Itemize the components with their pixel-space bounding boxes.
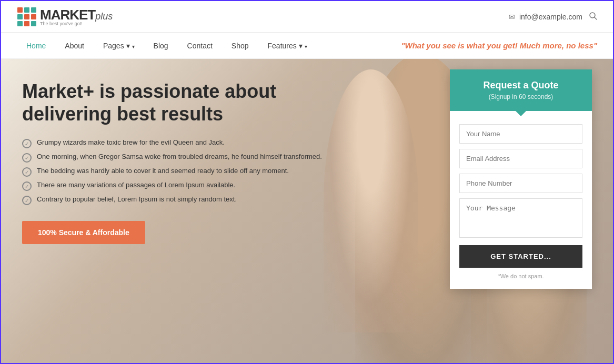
hero-features-list: ✓ Grumpy wizards make toxic brew for the… — [22, 138, 369, 205]
nav-tagline: "What you see is what you get! Much more… — [401, 41, 597, 50]
top-bar: MARKETplus The best you've got! ✉ info@e… — [1, 1, 613, 33]
email-input[interactable] — [459, 149, 582, 168]
nav-links: Home About Pages ▾ Blog Contact Shop Fea… — [17, 34, 317, 58]
top-right-area: ✉ info@example.com — [509, 12, 597, 22]
hero-feature-item: ✓ Contrary to popular belief, Lorem Ipsu… — [22, 195, 369, 205]
check-icon-4: ✓ — [22, 181, 32, 191]
svg-rect-7 — [24, 21, 29, 26]
hero-feature-item: ✓ The bedding was hardly able to cover i… — [22, 167, 369, 177]
nav-link-blog[interactable]: Blog — [144, 34, 178, 58]
nav-item-shop[interactable]: Shop — [222, 34, 258, 58]
logo-text-block: MARKETplus The best you've got! — [40, 7, 113, 26]
nav-link-shop[interactable]: Shop — [222, 34, 258, 58]
nav-item-about[interactable]: About — [55, 34, 94, 58]
nav-item-features[interactable]: Features ▾ — [258, 34, 317, 58]
svg-rect-1 — [24, 7, 29, 13]
check-icon-1: ✓ — [22, 139, 32, 148]
svg-rect-2 — [31, 7, 36, 13]
svg-rect-5 — [31, 14, 36, 19]
hero-feature-item: ✓ Grumpy wizards make toxic brew for the… — [22, 138, 369, 148]
check-icon-3: ✓ — [22, 167, 32, 177]
nav-link-home[interactable]: Home — [17, 34, 55, 58]
phone-input[interactable] — [459, 174, 582, 193]
svg-rect-8 — [31, 21, 36, 26]
email-contact: ✉ info@example.com — [509, 13, 582, 21]
hero-feature-text-3: The bedding was hardly able to cover it … — [37, 167, 289, 175]
hero-section: Market+ is passionate about delivering b… — [1, 59, 613, 364]
quote-form: Request a Quote (Signup in 60 seconds) G… — [450, 69, 592, 289]
nav-link-pages[interactable]: Pages ▾ — [94, 34, 144, 58]
logo-plus: plus — [95, 11, 113, 22]
hero-title: Market+ is passionate about delivering b… — [22, 80, 369, 125]
logo-market: MARKET — [40, 7, 95, 23]
nav-link-contact[interactable]: Contact — [178, 34, 222, 58]
logo: MARKETplus The best you've got! — [17, 7, 113, 27]
nav-item-blog[interactable]: Blog — [144, 34, 178, 58]
search-icon[interactable] — [589, 12, 597, 22]
hero-feature-text-4: There are many variations of passages of… — [37, 181, 235, 189]
hero-feature-text-2: One morning, when Gregor Samsa woke from… — [37, 153, 322, 160]
logo-icon — [17, 7, 37, 27]
nav-item-home[interactable]: Home — [17, 34, 55, 58]
hero-feature-item: ✓ One morning, when Gregor Samsa woke fr… — [22, 153, 369, 163]
hero-content: Market+ is passionate about delivering b… — [22, 80, 369, 244]
get-started-button[interactable]: GET STARTED... — [459, 245, 582, 268]
nav-link-features[interactable]: Features ▾ — [258, 34, 317, 58]
quote-form-body: GET STARTED... *We do not spam. — [450, 111, 592, 289]
email-address: info@example.com — [519, 13, 582, 21]
svg-rect-0 — [17, 7, 23, 13]
nav-item-contact[interactable]: Contact — [178, 34, 222, 58]
nav-link-about[interactable]: About — [55, 34, 94, 58]
check-icon-5: ✓ — [22, 196, 32, 205]
message-input[interactable] — [459, 198, 582, 238]
nav-item-pages[interactable]: Pages ▾ — [94, 34, 144, 58]
email-icon: ✉ — [509, 13, 515, 21]
svg-rect-6 — [17, 21, 23, 26]
quote-form-header: Request a Quote (Signup in 60 seconds) — [450, 69, 592, 111]
check-icon-2: ✓ — [22, 153, 32, 163]
quote-form-title: Request a Quote — [460, 80, 581, 91]
hero-feature-text-1: Grumpy wizards make toxic brew for the e… — [37, 138, 225, 146]
name-input[interactable] — [459, 124, 582, 144]
svg-rect-3 — [17, 14, 23, 19]
cta-button[interactable]: 100% Secure & Affordable — [22, 221, 145, 244]
hero-feature-text-5: Contrary to popular belief, Lorem Ipsum … — [37, 195, 237, 203]
hero-feature-item: ✓ There are many variations of passages … — [22, 181, 369, 191]
nav-bar: Home About Pages ▾ Blog Contact Shop Fea… — [1, 33, 613, 59]
svg-line-10 — [595, 17, 597, 19]
quote-form-subtitle: (Signup in 60 seconds) — [460, 93, 581, 100]
svg-rect-4 — [24, 14, 29, 19]
spam-notice: *We do not spam. — [459, 273, 582, 279]
